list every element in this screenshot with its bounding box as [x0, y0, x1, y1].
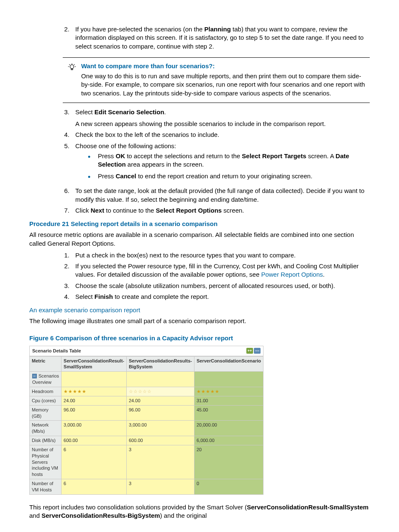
- collapse-all-icon[interactable]: −−: [254, 348, 261, 354]
- figure-6-title: Figure 6 Comparison of three scenarios i…: [29, 334, 370, 342]
- table-row: Disk (MB/s) 600.00 600.00 6,000.00: [30, 436, 263, 445]
- table-row: Cpu (cores) 24.00 24.00 31.00: [30, 396, 263, 405]
- step-5-bullets: • Press OK to accept the selections and …: [88, 152, 370, 181]
- example-intro: The following image illustrates one smal…: [29, 317, 370, 325]
- stars-icon: ★★★★★: [194, 387, 263, 396]
- step-7: 7. Click Next to continue to the Select …: [63, 206, 370, 215]
- table-row: Number of Physical Servers including VM …: [30, 445, 263, 479]
- step-6: 6. To set the date range, look at the de…: [63, 187, 370, 204]
- p21-step-1: 1. Put a check in the box(es) next to th…: [63, 251, 370, 260]
- step-2: 2. If you have pre-selected the scenario…: [63, 25, 370, 51]
- bullet-icon: •: [88, 172, 98, 181]
- table-row: Network (Mb/s) 3,000.00 3,000.00 20,000.…: [30, 421, 263, 436]
- stars-outline-icon: ☆☆☆☆☆: [126, 387, 194, 396]
- step-5: 5. Choose one of the following actions: …: [63, 142, 370, 185]
- p21-step-2: 2. If you selected the Power resource ty…: [63, 262, 370, 279]
- p21-step-4: 4. Select Finish to create and complete …: [63, 293, 370, 301]
- tip-text: One way to do this is to run and save mu…: [81, 72, 370, 98]
- tip-body: Want to compare more than four scenarios…: [81, 62, 370, 98]
- step-number: 2.: [63, 25, 75, 51]
- bullet-icon: •: [88, 152, 98, 169]
- steps-upper: 2. If you have pre-selected the scenario…: [63, 25, 370, 51]
- tip-icon: [63, 62, 81, 98]
- page-content: 2. If you have pre-selected the scenario…: [29, 25, 370, 215]
- procedure-21-heading: Procedure 21 Selecting report details in…: [29, 220, 370, 228]
- col-bigsystem: ServerConsolidationResults-BigSystem: [126, 356, 194, 372]
- tip-callout: Want to compare more than four scenarios…: [63, 57, 370, 103]
- scenario-table-header: Scenario Details Table ++ −−: [29, 346, 263, 356]
- expand-all-icon[interactable]: ++: [246, 348, 253, 354]
- bullet-cancel: • Press Cancel to end the report creatio…: [88, 172, 370, 181]
- col-smallsystem: ServerConsolidationResult-SmallSystem: [61, 356, 127, 372]
- procedure-21-steps: 1. Put a check in the box(es) next to th…: [63, 251, 370, 301]
- table-row: Headroom ★★★★★ ☆☆☆☆☆ ★★★★★: [30, 387, 263, 396]
- p21-step-3: 3. Choose the scale (absolute utilizatio…: [63, 282, 370, 290]
- svg-point-0: [70, 64, 74, 68]
- procedure-21-intro: All resource metric options are availabl…: [29, 231, 370, 248]
- scenario-table-title: Scenario Details Table: [32, 348, 81, 354]
- example-heading: An example scenario comparison report: [29, 306, 370, 314]
- scenario-figure: Scenario Details Table ++ −− Metric Serv…: [29, 346, 370, 495]
- table-row: Number of VM Hosts 6 3 0: [30, 479, 263, 495]
- section-toggle[interactable]: −Scenarios Overview: [30, 372, 61, 387]
- after-figure-text: This report includes two consolidation s…: [29, 503, 370, 520]
- tip-title: Want to compare more than four scenarios…: [81, 62, 370, 70]
- section-row: −Scenarios Overview: [30, 372, 263, 387]
- step-4: 4. Check the box to the left of the scen…: [63, 131, 370, 139]
- step-3: 3. Select Edit Scenario Selection. A new…: [63, 108, 370, 129]
- step-3-sub: A new screen appears showing the possibl…: [75, 120, 370, 128]
- scenario-table: Metric ServerConsolidationResult-SmallSy…: [29, 356, 263, 495]
- table-header-row: Metric ServerConsolidationResult-SmallSy…: [30, 356, 263, 372]
- stars-icon: ★★★★★: [61, 387, 127, 396]
- collapse-icon[interactable]: −: [32, 374, 37, 378]
- col-scenario: ServerConsolidationScenario: [194, 356, 263, 372]
- step-body: If you have pre-selected the scenarios (…: [75, 25, 370, 51]
- power-report-options-link[interactable]: Power Report Options: [261, 271, 323, 278]
- header-controls: ++ −−: [246, 348, 261, 354]
- col-metric: Metric: [30, 356, 61, 372]
- bullet-ok: • Press OK to accept the selections and …: [88, 152, 370, 169]
- table-row: Memory (GB) 96.00 96.00 45.00: [30, 405, 263, 421]
- steps-lower: 3. Select Edit Scenario Selection. A new…: [63, 108, 370, 215]
